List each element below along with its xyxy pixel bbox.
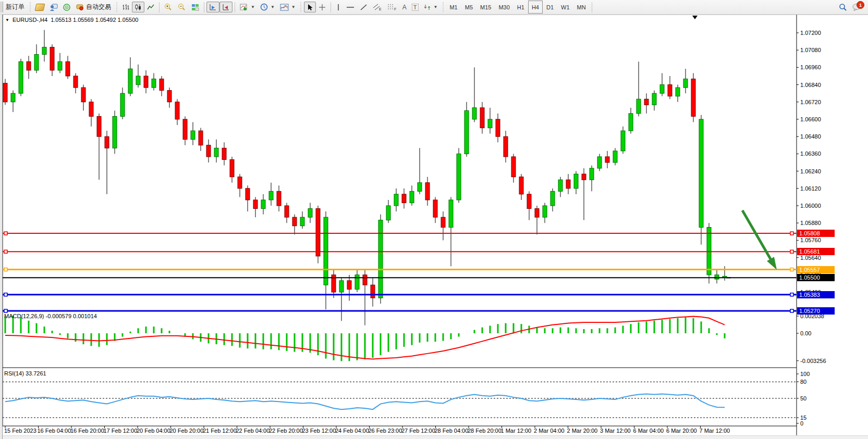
timeframe-button-d1[interactable]: D1 <box>543 1 557 14</box>
svg-text:50: 50 <box>800 395 806 402</box>
window-bottom-edge <box>0 435 868 439</box>
dropdown-caret: ▼ <box>251 5 255 9</box>
search-button[interactable] <box>836 2 850 12</box>
timeframe-button-mn[interactable]: MN <box>573 1 590 14</box>
line-chart-button[interactable] <box>144 2 157 12</box>
autotrading-label: 自动交易 <box>86 3 111 11</box>
trendline-tool-button[interactable] <box>357 2 370 12</box>
timeframe-button-w1[interactable]: W1 <box>557 1 573 14</box>
terminal-button[interactable] <box>47 2 60 12</box>
chart-symbol-period: EURUSD-,H4 <box>13 17 47 23</box>
svg-text:1.06720: 1.06720 <box>800 99 821 105</box>
zoom-in-icon <box>164 3 173 11</box>
search-icon <box>839 3 847 11</box>
svg-text:1.06960: 1.06960 <box>800 64 821 70</box>
toolbar-separator <box>331 2 331 12</box>
timeframe-button-m5[interactable]: M5 <box>461 1 476 14</box>
svg-text:1.06840: 1.06840 <box>800 82 821 88</box>
fibonacci-tool-button[interactable]: F <box>385 2 400 12</box>
fibonacci-icon: F <box>387 3 397 11</box>
notifications-button[interactable]: 1 <box>850 2 864 12</box>
chart-title: ▼ EURUSD-,H4 1.05513 1.05569 1.05492 1.0… <box>5 17 138 23</box>
crosshair-tool-button[interactable] <box>316 2 328 12</box>
svg-text:28 Feb 04:00: 28 Feb 04:00 <box>435 428 469 434</box>
text-tool-button[interactable]: A <box>400 2 409 12</box>
dropdown-caret: ▼ <box>271 5 275 9</box>
price-badge-support-2: 1.05270 <box>797 307 835 315</box>
svg-text:-0.003256: -0.003256 <box>800 358 826 364</box>
autotrading-button[interactable]: 自动交易 <box>74 2 114 12</box>
svg-text:7 Mar 12:00: 7 Mar 12:00 <box>700 428 730 434</box>
svg-text:1.06000: 1.06000 <box>800 203 821 209</box>
trendline-icon <box>360 4 368 11</box>
timeframe-button-m1[interactable]: M1 <box>446 1 461 14</box>
svg-text:26 Feb 23:00: 26 Feb 23:00 <box>369 428 402 434</box>
macd-indicator-label: MACD(12,26,9) -0.000579 0.001014 <box>4 313 97 319</box>
svg-text:22 Feb 20:00: 22 Feb 20:00 <box>269 428 303 434</box>
timeframe-button-m15[interactable]: M15 <box>476 1 495 14</box>
new-order-button[interactable]: 新订单 <box>3 2 27 12</box>
new-order-label: 新订单 <box>6 3 25 11</box>
chat-bubble-icon: 1 <box>852 3 861 11</box>
svg-text:0: 0 <box>800 420 803 427</box>
toolbar-grip[interactable] <box>29 2 31 12</box>
cursor-tool-button[interactable] <box>304 2 316 12</box>
templates-button[interactable]: ▼ <box>277 2 298 12</box>
tile-windows-icon <box>191 4 199 11</box>
svg-text:2 Mar 04:00: 2 Mar 04:00 <box>534 428 565 434</box>
svg-text:1.06480: 1.06480 <box>800 133 821 140</box>
svg-text:3 Mar 12:00: 3 Mar 12:00 <box>600 428 631 434</box>
clock-icon <box>260 3 268 11</box>
notification-count-badge: 1 <box>857 1 864 9</box>
chart-expander-icon[interactable]: ▼ <box>5 18 9 22</box>
periods-button[interactable]: ▼ <box>258 2 277 12</box>
text-label-tool-button[interactable]: T <box>409 2 421 12</box>
svg-text:1.05880: 1.05880 <box>800 220 821 226</box>
price-badge-resistance-2: 1.05681 <box>797 248 835 255</box>
svg-text:100: 100 <box>800 371 810 377</box>
crosshair-icon <box>319 4 326 11</box>
equidistant-channel-tool-button[interactable]: E <box>370 2 385 12</box>
tile-windows-button[interactable] <box>189 2 202 12</box>
toolbar-separator <box>235 2 235 12</box>
svg-text:6 Mar 04:00: 6 Mar 04:00 <box>633 428 664 434</box>
toolbar-grip[interactable] <box>115 2 118 12</box>
candlestick-chart-button[interactable] <box>132 2 144 12</box>
zoom-in-button[interactable] <box>162 2 175 12</box>
svg-text:28 Feb 20:00: 28 Feb 20:00 <box>468 428 502 434</box>
svg-text:20 Feb 04:00: 20 Feb 04:00 <box>137 428 170 434</box>
indicators-button[interactable]: ▼ <box>237 2 258 12</box>
svg-text:1 Mar 12:00: 1 Mar 12:00 <box>501 428 532 434</box>
timeframe-button-m30[interactable]: M30 <box>495 1 513 14</box>
svg-text:1.06600: 1.06600 <box>800 116 821 122</box>
dropdown-caret: ▼ <box>291 5 296 9</box>
vertical-line-tool-button[interactable] <box>333 2 344 12</box>
template-icon <box>280 4 289 11</box>
bar-chart-icon <box>122 4 129 11</box>
chart-canvas[interactable]: 1.072001.070801.069601.068401.067201.066… <box>0 0 868 439</box>
horizontal-line-tool-button[interactable] <box>344 2 357 12</box>
toolbar-grip[interactable] <box>300 2 302 12</box>
autotrading-status-icon <box>76 4 84 10</box>
rsi-indicator-label: RSI(14) 33.7261 <box>4 370 46 377</box>
sonar-icon <box>63 3 71 11</box>
timeframe-button-h1[interactable]: H1 <box>514 1 528 14</box>
timeframe-button-h4[interactable]: H4 <box>528 1 543 14</box>
zoom-out-button[interactable] <box>175 2 189 12</box>
chart-shift-button[interactable] <box>219 2 233 12</box>
market-watch-button[interactable] <box>33 2 47 12</box>
window-left-edge <box>0 15 3 439</box>
toolbar-grip[interactable] <box>442 2 444 12</box>
chart-shift-icon <box>222 4 230 11</box>
toolbar-separator <box>592 2 592 12</box>
toolbar-separator <box>159 2 160 12</box>
bar-chart-button[interactable] <box>119 2 132 12</box>
arrows-tool-button[interactable]: ▼ <box>421 2 441 12</box>
svg-text:1.06120: 1.06120 <box>800 185 821 192</box>
svg-text:16 Feb 20:00: 16 Feb 20:00 <box>70 428 104 434</box>
svg-text:21 Feb 12:00: 21 Feb 12:00 <box>203 428 237 434</box>
chart-ohlc-values: 1.05513 1.05569 1.05492 1.05500 <box>51 17 138 23</box>
signals-button[interactable] <box>60 2 74 12</box>
auto-scroll-button[interactable] <box>206 2 219 12</box>
svg-text:27 Feb 12:00: 27 Feb 12:00 <box>401 428 435 434</box>
